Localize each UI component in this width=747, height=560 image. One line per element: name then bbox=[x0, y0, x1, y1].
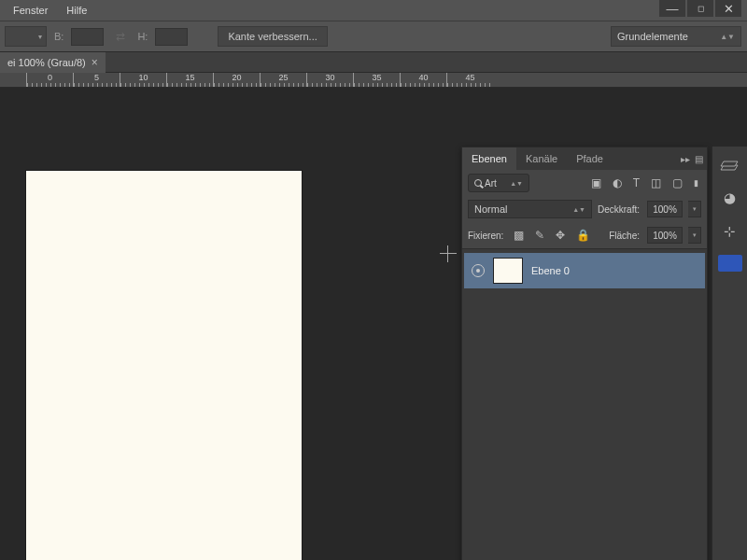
options-bar: ▾ B: ⇄ H: Kante verbessern... Grundeleme… bbox=[0, 21, 747, 52]
workspace-preset-dropdown[interactable]: Grundelemente ▲▼ bbox=[611, 26, 741, 47]
ruler-tick: 20 bbox=[213, 73, 260, 87]
adjustments-icon[interactable]: ◕ bbox=[719, 188, 741, 208]
layer-thumbnail[interactable] bbox=[494, 259, 522, 283]
maximize-button[interactable]: ◻ bbox=[687, 0, 713, 17]
panel-well: ◕ ⊹ bbox=[712, 147, 747, 560]
filter-kind-dropdown[interactable]: Art ▲▼ bbox=[468, 174, 529, 192]
ruler-tick: 0 bbox=[26, 73, 73, 87]
layer-list: Ebene 0 bbox=[462, 248, 707, 560]
ruler-tick: 10 bbox=[120, 73, 166, 87]
menu-window[interactable]: Fenster bbox=[4, 2, 57, 19]
filter-smart-icon[interactable]: ▢ bbox=[669, 176, 685, 189]
tab-channels[interactable]: Kanäle bbox=[516, 147, 567, 170]
close-button[interactable]: ✕ bbox=[715, 0, 741, 17]
filter-shape-icon[interactable]: ◫ bbox=[648, 176, 664, 189]
ruler-tick: 45 bbox=[446, 73, 493, 87]
blend-opacity-row: Normal ▲▼ Deckkraft: 100% ▾ bbox=[462, 196, 707, 222]
workspace-preset-label: Grundelemente bbox=[617, 31, 688, 42]
lock-position-icon[interactable]: ✥ bbox=[553, 229, 568, 242]
ruler-tick: 40 bbox=[400, 73, 446, 87]
opacity-label: Deckkraft: bbox=[598, 204, 640, 215]
horizontal-ruler: 051015202530354045 bbox=[0, 73, 747, 88]
layers-panel: Ebenen Kanäle Pfade ▸▸ ▤ Art ▲▼ ▣ ◐ T ◫ … bbox=[461, 147, 708, 560]
chevron-updown-icon: ▲▼ bbox=[720, 33, 735, 41]
layer-filter-row: Art ▲▼ ▣ ◐ T ◫ ▢ ▮ bbox=[462, 170, 707, 196]
workspace: 051015202530354045 Ebenen Kanäle Pfade ▸… bbox=[0, 73, 747, 560]
lock-label: Fixieren: bbox=[468, 231, 503, 241]
ruler-tick: 30 bbox=[306, 73, 353, 87]
ruler-tick: 25 bbox=[260, 73, 306, 87]
height-label: H: bbox=[137, 31, 148, 42]
layer-name[interactable]: Ebene 0 bbox=[531, 265, 570, 276]
lock-pixels-icon[interactable]: ✎ bbox=[532, 229, 547, 242]
opacity-input[interactable]: 100% bbox=[647, 201, 683, 217]
ruler-tick: 35 bbox=[353, 73, 400, 87]
close-icon[interactable]: × bbox=[92, 56, 98, 69]
filter-pixel-icon[interactable]: ▣ bbox=[588, 176, 604, 189]
layers-panel-icon[interactable] bbox=[719, 154, 741, 175]
width-input[interactable] bbox=[71, 28, 104, 46]
paths-tool-icon[interactable]: ⊹ bbox=[719, 221, 741, 242]
swap-dimensions-icon[interactable]: ⇄ bbox=[111, 30, 130, 43]
height-input[interactable] bbox=[155, 28, 188, 46]
refine-edge-button[interactable]: Kante verbessern... bbox=[218, 26, 327, 47]
lock-transparent-icon[interactable]: ▩ bbox=[511, 229, 527, 242]
tab-paths[interactable]: Pfade bbox=[567, 147, 613, 170]
opacity-slider-button[interactable]: ▾ bbox=[688, 201, 701, 217]
collapse-icon[interactable]: ▸▸ bbox=[681, 154, 690, 164]
panel-menu-icon[interactable]: ▤ bbox=[695, 154, 703, 164]
document-tab[interactable]: ei 100% (Grau/8) × bbox=[0, 52, 106, 73]
canvas[interactable] bbox=[26, 171, 302, 560]
color-swatch-icon[interactable] bbox=[718, 255, 742, 272]
minimize-button[interactable]: — bbox=[659, 0, 685, 17]
search-icon bbox=[474, 179, 482, 187]
fill-slider-button[interactable]: ▾ bbox=[688, 227, 701, 244]
window-controls: — ◻ ✕ bbox=[659, 0, 741, 17]
layer-row[interactable]: Ebene 0 bbox=[464, 253, 705, 288]
tab-layers[interactable]: Ebenen bbox=[462, 147, 516, 170]
menu-bar: Fenster Hilfe bbox=[0, 0, 747, 21]
lock-all-icon[interactable]: 🔒 bbox=[573, 229, 593, 242]
filter-text-icon[interactable]: T bbox=[630, 176, 642, 189]
document-tab-bar: ei 100% (Grau/8) × bbox=[0, 52, 747, 73]
tool-preset-dropdown[interactable]: ▾ bbox=[5, 26, 47, 47]
blend-mode-dropdown[interactable]: Normal ▲▼ bbox=[468, 200, 592, 218]
crosshair-cursor bbox=[440, 245, 457, 262]
fill-input[interactable]: 100% bbox=[647, 227, 683, 244]
eye-icon[interactable] bbox=[472, 264, 485, 277]
document-tab-label: ei 100% (Grau/8) bbox=[7, 57, 86, 68]
filter-adjust-icon[interactable]: ◐ bbox=[610, 176, 625, 189]
fill-label: Fläche: bbox=[609, 231, 640, 241]
menu-help[interactable]: Hilfe bbox=[57, 2, 96, 19]
filter-toggle[interactable]: ▮ bbox=[691, 178, 701, 188]
lock-fill-row: Fixieren: ▩ ✎ ✥ 🔒 Fläche: 100% ▾ bbox=[462, 222, 707, 248]
ruler-tick: 15 bbox=[166, 73, 213, 87]
ruler-tick: 5 bbox=[73, 73, 120, 87]
width-label: B: bbox=[54, 31, 63, 42]
panel-tab-strip: Ebenen Kanäle Pfade ▸▸ ▤ bbox=[462, 147, 707, 170]
